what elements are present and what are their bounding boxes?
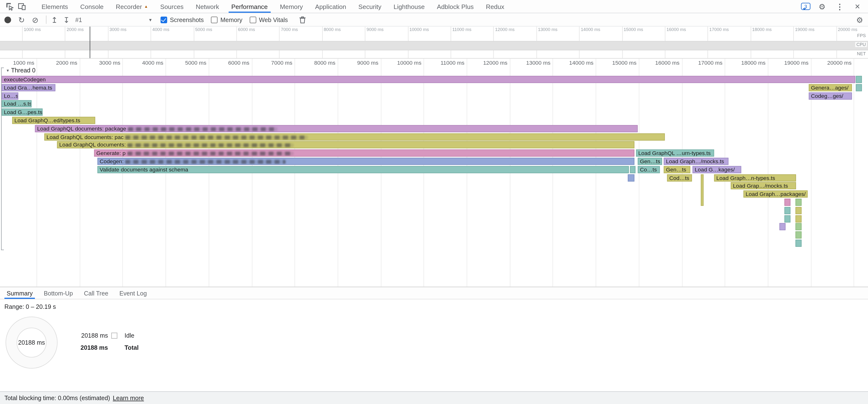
flame-bar[interactable] <box>796 231 802 239</box>
flame-bar[interactable] <box>628 174 634 181</box>
tab-memory[interactable]: Memory <box>274 0 309 13</box>
flame-bar-label: Load GraphQ…ed/types.ts <box>14 117 80 123</box>
time-tick-label: 5000 ms <box>195 27 212 32</box>
device-toolbar-icon[interactable] <box>16 0 28 12</box>
checkbox-unchecked-icon[interactable] <box>249 16 256 23</box>
tab-label: Redux <box>486 3 504 10</box>
flame-bar-label: Load Graph…packages/ <box>746 191 806 197</box>
tab-label: Performance <box>231 3 268 10</box>
flame-bar[interactable]: Gen…ts <box>638 158 662 165</box>
flame-bar[interactable]: Load GraphQL documents: package <box>35 125 638 132</box>
flame-bar[interactable] <box>784 207 790 214</box>
clear-icon[interactable]: ⊘ <box>32 16 38 24</box>
tab-redux[interactable]: Redux <box>480 0 510 13</box>
tab-bottom-up[interactable]: Bottom-Up <box>38 287 79 299</box>
flame-bar[interactable]: Cod…ts <box>667 174 692 181</box>
tab-adblock-plus[interactable]: Adblock Plus <box>431 0 480 13</box>
flame-bar[interactable]: Lo…s <box>2 92 19 99</box>
reload-and-record-icon[interactable]: ↻ <box>18 16 25 24</box>
gridline <box>37 59 37 286</box>
time-tick-label: 19000 ms <box>795 27 814 32</box>
flame-bar-label: Load GraphQL …urn-types.ts <box>638 150 711 156</box>
capture-settings-gear-icon[interactable]: ⚙ <box>854 13 866 26</box>
flame-bar[interactable]: Generate: p <box>94 150 634 157</box>
tab-lighthouse[interactable]: Lighthouse <box>388 0 431 13</box>
legend-value: 20188 ms <box>80 344 108 351</box>
flame-bar[interactable]: Load G…kages/ <box>692 166 741 173</box>
flame-bar[interactable] <box>856 76 862 83</box>
issues-badge-icon[interactable]: 3 <box>801 3 810 10</box>
flame-bar[interactable] <box>796 240 802 247</box>
checkbox-web-vitals[interactable]: Web Vitals <box>249 16 288 23</box>
tab-security[interactable]: Security <box>352 0 388 13</box>
learn-more-link[interactable]: Learn more <box>113 395 144 401</box>
checkbox-screenshots[interactable]: Screenshots <box>161 16 204 23</box>
checkbox-checked-icon[interactable] <box>161 16 167 23</box>
flame-bar[interactable]: Load Grap…/mocks.ts <box>731 182 796 190</box>
redacted-text <box>128 127 277 131</box>
flame-bar[interactable] <box>856 84 862 91</box>
flame-bar-label: Load GraphQL documents: <box>59 142 126 148</box>
flame-bar[interactable]: Load GraphQL documents: pac <box>44 133 665 141</box>
flame-bar[interactable] <box>784 198 790 206</box>
flame-chart-area[interactable]: 1000 ms2000 ms3000 ms4000 ms5000 ms6000 … <box>0 59 868 286</box>
flame-bar[interactable]: Load Gra…hema.ts <box>2 84 56 91</box>
save-profile-icon[interactable]: ↧ <box>63 16 70 24</box>
record-button[interactable] <box>4 16 11 23</box>
history-dropdown[interactable]: #1 ▾ <box>75 16 152 23</box>
checkbox-memory[interactable]: Memory <box>211 16 242 23</box>
flame-bar[interactable]: Load Graph…/mocks.ts <box>664 158 728 165</box>
tab-summary[interactable]: Summary <box>1 287 38 299</box>
close-icon[interactable]: × <box>851 0 863 12</box>
load-profile-icon[interactable]: ↥ <box>51 16 58 24</box>
tab-recorder[interactable]: Recorder▲ <box>110 0 154 13</box>
flame-bar[interactable] <box>796 215 802 222</box>
flame-bar[interactable] <box>630 166 636 173</box>
flame-bar[interactable]: Genera…ages/ <box>809 84 852 91</box>
tab-label: Adblock Plus <box>437 3 474 10</box>
flame-bar[interactable]: Codeg…ges/ <box>809 92 852 99</box>
flame-bar[interactable]: Load GraphQ…ed/types.ts <box>12 117 95 124</box>
flame-bar[interactable] <box>779 223 785 230</box>
tab-console[interactable]: Console <box>74 0 110 13</box>
time-tick-label: 18000 ms <box>752 27 772 32</box>
thread-toggle[interactable]: ▾ Thread 0 <box>6 67 35 73</box>
flame-bar[interactable]: Load GraphQL documents: <box>57 142 634 149</box>
flame-bar[interactable] <box>796 223 802 230</box>
flame-bar[interactable] <box>784 215 790 222</box>
tab-network[interactable]: Network <box>190 0 225 13</box>
checkbox-unchecked-icon[interactable] <box>211 16 217 23</box>
chevron-expanded-icon: ▾ <box>6 68 9 73</box>
tab-label: Recorder <box>116 3 142 10</box>
tab-call-tree[interactable]: Call Tree <box>79 287 114 299</box>
more-menu-icon[interactable]: ⋮ <box>834 0 846 12</box>
time-tick-label: 11000 ms <box>440 60 465 66</box>
flame-bar[interactable]: Load Graph…n-types.ts <box>714 174 796 181</box>
tab-elements[interactable]: Elements <box>35 0 74 13</box>
lane-label-cpu: CPU <box>856 42 867 47</box>
flame-bar[interactable]: Load GraphQL …urn-types.ts <box>636 150 714 157</box>
flame-bar[interactable]: Validate documents against schema <box>97 166 629 173</box>
flame-bar[interactable] <box>796 207 802 214</box>
flame-bar[interactable]: Gen…ts <box>664 166 690 173</box>
tab-event-log[interactable]: Event Log <box>114 287 152 299</box>
tab-application[interactable]: Application <box>309 0 352 13</box>
trash-icon[interactable] <box>296 13 308 26</box>
flame-bar[interactable]: Co…ts <box>638 166 660 173</box>
tab-performance[interactable]: Performance <box>225 0 274 13</box>
flame-bar[interactable]: Load …s.ts <box>2 100 31 107</box>
settings-gear-icon[interactable]: ⚙ <box>816 0 828 12</box>
tab-sources[interactable]: Sources <box>154 0 190 13</box>
inspect-element-icon[interactable] <box>3 0 16 12</box>
flame-bar-label: Co…ts <box>640 166 657 173</box>
flame-bar[interactable] <box>796 198 802 206</box>
timeline-overview[interactable]: 1000 ms2000 ms3000 ms4000 ms5000 ms6000 … <box>0 27 868 59</box>
flame-bar-label: Cod…ts <box>669 175 689 181</box>
time-tick-label: 3000 ms <box>99 60 120 66</box>
flame-bar[interactable]: Load G…pes.ts <box>2 108 42 116</box>
flame-bar[interactable] <box>701 174 704 206</box>
overview-cursor-line[interactable] <box>90 27 90 58</box>
flame-bar[interactable]: Load Graph…packages/ <box>744 190 808 198</box>
flame-bar[interactable]: Codegen: <box>97 158 634 165</box>
flame-bar[interactable]: executeCodegen <box>2 76 856 83</box>
